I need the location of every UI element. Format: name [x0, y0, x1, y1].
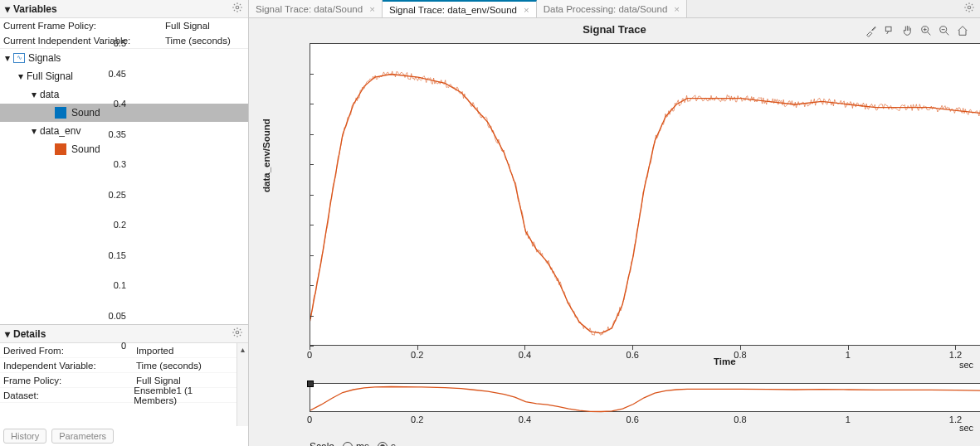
- x-tick-label: 0.4: [519, 350, 531, 360]
- fp-label: Frame Policy:: [3, 376, 136, 385]
- tab-signal-trace-data-env-sound[interactable]: Signal Trace: data_env/Sound ×: [383, 0, 537, 17]
- zoom-out-icon[interactable]: [937, 23, 952, 38]
- civ-value: Time (seconds): [165, 36, 231, 46]
- svg-point-0: [236, 6, 239, 9]
- overview-x-tick-label: 0.4: [519, 414, 531, 424]
- x-axis-label: Time: [714, 356, 736, 366]
- data-tip-icon[interactable]: [882, 23, 897, 38]
- svg-point-2: [968, 6, 971, 9]
- swatch-orange: [55, 143, 66, 155]
- x-tick-label: 0.6: [627, 350, 639, 360]
- gear-icon[interactable]: [232, 327, 243, 341]
- details-body: Derived From: Imported Independent Varia…: [0, 343, 248, 426]
- svg-rect-3: [885, 27, 891, 31]
- x-unit-label: sec: [959, 360, 973, 370]
- ds-label: Dataset:: [3, 390, 134, 400]
- y-axis-label: data_env/Sound: [261, 119, 271, 192]
- collapse-icon: ▾: [5, 3, 10, 15]
- zoom-in-icon[interactable]: [919, 23, 934, 38]
- tree-data-label: data: [40, 89, 59, 100]
- civ-label: Current Independent Variable:: [3, 36, 165, 46]
- parameters-button[interactable]: Parameters: [51, 429, 114, 444]
- main-axes[interactable]: [310, 43, 980, 346]
- overview-handle-left[interactable]: [307, 381, 314, 387]
- x-tick-label: 1.2: [949, 350, 962, 360]
- overview-x-unit-label: sec: [959, 423, 973, 433]
- tree-data-env-label: data_env: [40, 125, 80, 137]
- close-icon[interactable]: ×: [524, 5, 529, 15]
- current-frame-policy-row: Current Frame Policy: Full Signal: [0, 18, 248, 33]
- tree-full-signal-label: Full Signal: [27, 70, 73, 82]
- tree-root-signals[interactable]: ▾ ∿ Signals: [0, 49, 248, 67]
- ds-value: Ensemble1 (1 Members): [134, 385, 236, 405]
- gear-icon[interactable]: [963, 2, 980, 16]
- y-tick-label: 0.25: [93, 190, 126, 200]
- pan-icon[interactable]: [900, 23, 915, 38]
- y-tick-label: 0.4: [93, 99, 126, 109]
- details-title: Details: [13, 328, 46, 340]
- overview-x-tick-label: 0.6: [627, 414, 639, 424]
- fp-value: Full Signal: [136, 376, 181, 385]
- iv-label: Independent Variable:: [3, 361, 136, 371]
- scale-label: Scale: [310, 441, 334, 446]
- overview-x-tick-label: 0.8: [734, 414, 746, 424]
- y-tick-label: 0.2: [93, 220, 126, 230]
- tab-signal-trace-data-sound[interactable]: Signal Trace: data/Sound ×: [249, 0, 383, 17]
- x-tick-label: 1: [846, 350, 851, 360]
- svg-point-1: [236, 331, 239, 334]
- overview-x-tick-label: 1: [846, 414, 851, 424]
- x-tick-label: 0.8: [734, 350, 746, 360]
- signals-icon: ∿: [13, 53, 25, 63]
- scale-s-label: s: [391, 441, 396, 446]
- iv-value: Time (seconds): [136, 361, 202, 371]
- brush-icon[interactable]: [864, 23, 879, 38]
- tree-data-sound-label: Sound: [71, 107, 100, 119]
- close-icon[interactable]: ×: [674, 4, 680, 14]
- chart-toolbar: [864, 23, 970, 38]
- x-tick-label: 0.2: [411, 350, 423, 360]
- scale-ms-label: ms: [356, 441, 369, 446]
- variables-panel-header[interactable]: ▾ Variables: [0, 0, 248, 18]
- tab-label: Signal Trace: data_env/Sound: [389, 5, 517, 15]
- y-tick-label: 0.1: [93, 280, 126, 290]
- tree-data-env-sound-label: Sound: [71, 143, 100, 155]
- tab-bar: Signal Trace: data/Sound × Signal Trace:…: [249, 0, 980, 18]
- x-tick-label: 0: [307, 350, 312, 360]
- collapse-icon: ▾: [5, 328, 10, 340]
- tab-label: Data Processing: data/Sound: [544, 4, 668, 14]
- y-tick-label: 0: [93, 341, 126, 351]
- history-button[interactable]: History: [3, 429, 46, 444]
- gear-icon[interactable]: [232, 2, 243, 16]
- details-row: Dataset: Ensemble1 (1 Members): [0, 388, 236, 403]
- scale-ms-radio[interactable]: [343, 442, 353, 446]
- plot-area: Signal Trace data_env/Sound Time sec 00.…: [249, 18, 980, 446]
- overview-axes[interactable]: [310, 383, 980, 412]
- swatch-blue: [55, 107, 66, 119]
- y-tick-label: 0.45: [93, 69, 126, 79]
- cfp-value: Full Signal: [165, 21, 210, 31]
- overview-canvas: [310, 384, 980, 413]
- scale-s-radio[interactable]: [378, 442, 388, 446]
- tab-label: Signal Trace: data/Sound: [256, 4, 363, 14]
- cfp-label: Current Frame Policy:: [3, 21, 165, 31]
- tab-data-processing-data-sound[interactable]: Data Processing: data/Sound ×: [537, 0, 687, 17]
- details-button-rail: History Parameters: [0, 426, 248, 446]
- scrollbar[interactable]: [236, 343, 248, 426]
- home-icon[interactable]: [955, 23, 970, 38]
- variables-title: Variables: [13, 3, 57, 15]
- y-tick-label: 0.5: [93, 38, 126, 48]
- y-tick-label: 0.35: [93, 129, 126, 139]
- overview-x-tick-label: 0.2: [411, 414, 423, 424]
- overview-x-tick-label: 0: [307, 414, 312, 424]
- details-row: Independent Variable: Time (seconds): [0, 358, 236, 373]
- derived-from-value: Imported: [136, 346, 173, 356]
- y-tick-label: 0.3: [93, 159, 126, 169]
- y-tick-label: 0.15: [93, 250, 126, 260]
- scroll-up-icon[interactable]: [237, 343, 248, 355]
- y-tick-label: 0.05: [93, 311, 126, 321]
- chart-canvas: [310, 44, 980, 347]
- scale-row: Scale ms s: [310, 441, 396, 446]
- close-icon[interactable]: ×: [369, 4, 375, 14]
- tree-root-label: Signals: [28, 52, 61, 64]
- tree-data-env-sound[interactable]: Sound: [0, 140, 248, 158]
